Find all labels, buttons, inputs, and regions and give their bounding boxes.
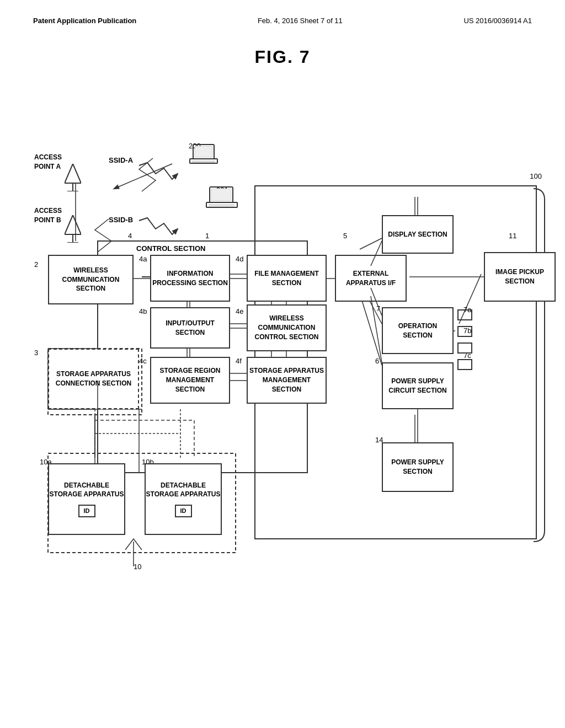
connecting-lines xyxy=(18,78,547,575)
diagram-container: 100 200 201 xyxy=(18,78,547,685)
svg-line-69 xyxy=(371,296,382,362)
header-publisher: Patent Application Publication xyxy=(33,17,136,25)
svg-line-68 xyxy=(371,288,382,315)
header-date: Feb. 4, 2016 Sheet 7 of 11 xyxy=(258,17,343,25)
figure-title: FIG. 7 xyxy=(11,47,554,67)
page-header: Patent Application Publication Feb. 4, 2… xyxy=(11,11,554,30)
svg-line-61 xyxy=(371,241,382,266)
header-patent: US 2016/0036914 A1 xyxy=(463,17,532,25)
